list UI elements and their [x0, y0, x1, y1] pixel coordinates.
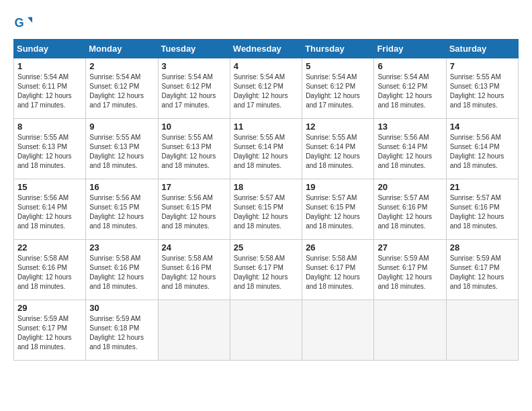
calendar-cell: 13Sunrise: 5:56 AMSunset: 6:14 PMDayligh… — [374, 119, 446, 179]
column-header-tuesday: Tuesday — [158, 40, 230, 58]
day-number: 5 — [306, 61, 370, 71]
day-info: Sunrise: 5:55 AMSunset: 6:14 PMDaylight:… — [306, 133, 370, 171]
day-number: 21 — [450, 182, 515, 192]
column-header-sunday: Sunday — [14, 40, 86, 58]
day-info: Sunrise: 5:54 AMSunset: 6:12 PMDaylight:… — [162, 73, 226, 110]
calendar-cell: 18Sunrise: 5:57 AMSunset: 6:15 PMDayligh… — [230, 179, 302, 240]
day-info: Sunrise: 5:55 AMSunset: 6:13 PMDaylight:… — [450, 73, 515, 110]
day-info: Sunrise: 5:58 AMSunset: 6:17 PMDaylight:… — [306, 254, 370, 291]
day-info: Sunrise: 5:54 AMSunset: 6:11 PMDaylight:… — [17, 73, 82, 110]
svg-marker-1 — [28, 17, 32, 23]
day-number: 30 — [89, 303, 154, 313]
calendar-cell: 2Sunrise: 5:54 AMSunset: 6:12 PMDaylight… — [86, 58, 158, 119]
day-number: 3 — [162, 61, 226, 71]
calendar-cell: 3Sunrise: 5:54 AMSunset: 6:12 PMDaylight… — [158, 58, 230, 119]
calendar-cell: 1Sunrise: 5:54 AMSunset: 6:11 PMDaylight… — [14, 58, 86, 119]
calendar-header-row: SundayMondayTuesdayWednesdayThursdayFrid… — [14, 40, 519, 58]
day-info: Sunrise: 5:57 AMSunset: 6:15 PMDaylight:… — [234, 193, 298, 231]
day-number: 16 — [89, 182, 154, 192]
calendar-cell: 24Sunrise: 5:58 AMSunset: 6:16 PMDayligh… — [158, 240, 230, 300]
calendar-cell — [158, 300, 230, 361]
calendar-cell: 30Sunrise: 5:59 AMSunset: 6:18 PMDayligh… — [86, 300, 158, 361]
calendar-cell: 23Sunrise: 5:58 AMSunset: 6:16 PMDayligh… — [86, 240, 158, 300]
day-number: 7 — [450, 61, 515, 71]
column-header-saturday: Saturday — [446, 40, 518, 58]
day-info: Sunrise: 5:56 AMSunset: 6:15 PMDaylight:… — [162, 193, 226, 231]
calendar-week-4: 22Sunrise: 5:58 AMSunset: 6:16 PMDayligh… — [14, 240, 519, 300]
calendar-cell: 10Sunrise: 5:55 AMSunset: 6:13 PMDayligh… — [158, 119, 230, 179]
calendar-week-3: 15Sunrise: 5:56 AMSunset: 6:14 PMDayligh… — [14, 179, 519, 240]
day-number: 10 — [162, 122, 226, 132]
day-number: 9 — [89, 122, 154, 132]
column-header-friday: Friday — [374, 40, 446, 58]
day-number: 27 — [378, 242, 442, 253]
day-info: Sunrise: 5:58 AMSunset: 6:17 PMDaylight:… — [234, 254, 298, 291]
day-number: 25 — [234, 242, 298, 253]
day-info: Sunrise: 5:54 AMSunset: 6:12 PMDaylight:… — [234, 73, 298, 110]
calendar-week-2: 8Sunrise: 5:55 AMSunset: 6:13 PMDaylight… — [14, 119, 519, 179]
calendar-table: SundayMondayTuesdayWednesdayThursdayFrid… — [13, 39, 519, 361]
day-info: Sunrise: 5:59 AMSunset: 6:17 PMDaylight:… — [378, 254, 442, 291]
calendar-cell — [446, 300, 518, 361]
day-info: Sunrise: 5:54 AMSunset: 6:12 PMDaylight:… — [89, 73, 154, 110]
logo: G — [13, 13, 34, 32]
day-number: 12 — [306, 122, 370, 132]
day-number: 17 — [162, 182, 226, 192]
logo-icon: G — [13, 13, 32, 32]
day-info: Sunrise: 5:58 AMSunset: 6:16 PMDaylight:… — [89, 254, 154, 291]
calendar-cell — [230, 300, 302, 361]
day-number: 6 — [378, 61, 442, 71]
calendar-cell: 19Sunrise: 5:57 AMSunset: 6:15 PMDayligh… — [302, 179, 374, 240]
calendar-week-1: 1Sunrise: 5:54 AMSunset: 6:11 PMDaylight… — [14, 58, 519, 119]
column-header-thursday: Thursday — [302, 40, 374, 58]
day-number: 11 — [234, 122, 298, 132]
day-number: 14 — [450, 122, 515, 132]
day-info: Sunrise: 5:56 AMSunset: 6:15 PMDaylight:… — [89, 193, 154, 231]
day-number: 26 — [306, 242, 370, 253]
day-info: Sunrise: 5:56 AMSunset: 6:14 PMDaylight:… — [17, 193, 82, 231]
calendar-cell: 15Sunrise: 5:56 AMSunset: 6:14 PMDayligh… — [14, 179, 86, 240]
calendar-cell: 7Sunrise: 5:55 AMSunset: 6:13 PMDaylight… — [446, 58, 518, 119]
day-number: 8 — [17, 122, 82, 132]
day-number: 20 — [378, 182, 442, 192]
day-number: 18 — [234, 182, 298, 192]
day-info: Sunrise: 5:57 AMSunset: 6:16 PMDaylight:… — [378, 193, 442, 231]
day-info: Sunrise: 5:55 AMSunset: 6:14 PMDaylight:… — [234, 133, 298, 171]
calendar-cell: 20Sunrise: 5:57 AMSunset: 6:16 PMDayligh… — [374, 179, 446, 240]
calendar-cell — [374, 300, 446, 361]
day-info: Sunrise: 5:58 AMSunset: 6:16 PMDaylight:… — [162, 254, 226, 291]
calendar-cell: 11Sunrise: 5:55 AMSunset: 6:14 PMDayligh… — [230, 119, 302, 179]
calendar-cell: 9Sunrise: 5:55 AMSunset: 6:13 PMDaylight… — [86, 119, 158, 179]
day-number: 29 — [17, 303, 82, 313]
column-header-monday: Monday — [86, 40, 158, 58]
calendar-cell: 4Sunrise: 5:54 AMSunset: 6:12 PMDaylight… — [230, 58, 302, 119]
day-info: Sunrise: 5:54 AMSunset: 6:12 PMDaylight:… — [378, 73, 442, 110]
calendar-cell: 16Sunrise: 5:56 AMSunset: 6:15 PMDayligh… — [86, 179, 158, 240]
day-number: 15 — [17, 182, 82, 192]
day-number: 13 — [378, 122, 442, 132]
day-number: 4 — [234, 61, 298, 71]
calendar-cell: 6Sunrise: 5:54 AMSunset: 6:12 PMDaylight… — [374, 58, 446, 119]
day-info: Sunrise: 5:54 AMSunset: 6:12 PMDaylight:… — [306, 73, 370, 110]
calendar-cell: 17Sunrise: 5:56 AMSunset: 6:15 PMDayligh… — [158, 179, 230, 240]
calendar-cell: 8Sunrise: 5:55 AMSunset: 6:13 PMDaylight… — [14, 119, 86, 179]
day-info: Sunrise: 5:55 AMSunset: 6:13 PMDaylight:… — [89, 133, 154, 171]
day-number: 22 — [17, 242, 82, 253]
day-info: Sunrise: 5:57 AMSunset: 6:15 PMDaylight:… — [306, 193, 370, 231]
day-number: 28 — [450, 242, 515, 253]
day-info: Sunrise: 5:58 AMSunset: 6:16 PMDaylight:… — [17, 254, 82, 291]
day-info: Sunrise: 5:55 AMSunset: 6:13 PMDaylight:… — [162, 133, 226, 171]
calendar-cell: 5Sunrise: 5:54 AMSunset: 6:12 PMDaylight… — [302, 58, 374, 119]
day-info: Sunrise: 5:56 AMSunset: 6:14 PMDaylight:… — [450, 133, 515, 171]
day-number: 1 — [17, 61, 82, 71]
day-info: Sunrise: 5:57 AMSunset: 6:16 PMDaylight:… — [450, 193, 515, 231]
day-info: Sunrise: 5:59 AMSunset: 6:18 PMDaylight:… — [89, 314, 154, 352]
column-header-wednesday: Wednesday — [230, 40, 302, 58]
day-info: Sunrise: 5:59 AMSunset: 6:17 PMDaylight:… — [450, 254, 515, 291]
calendar-cell: 22Sunrise: 5:58 AMSunset: 6:16 PMDayligh… — [14, 240, 86, 300]
day-info: Sunrise: 5:55 AMSunset: 6:13 PMDaylight:… — [17, 133, 82, 171]
calendar-cell: 21Sunrise: 5:57 AMSunset: 6:16 PMDayligh… — [446, 179, 518, 240]
svg-text:G: G — [14, 16, 24, 30]
day-number: 19 — [306, 182, 370, 192]
day-number: 23 — [89, 242, 154, 253]
